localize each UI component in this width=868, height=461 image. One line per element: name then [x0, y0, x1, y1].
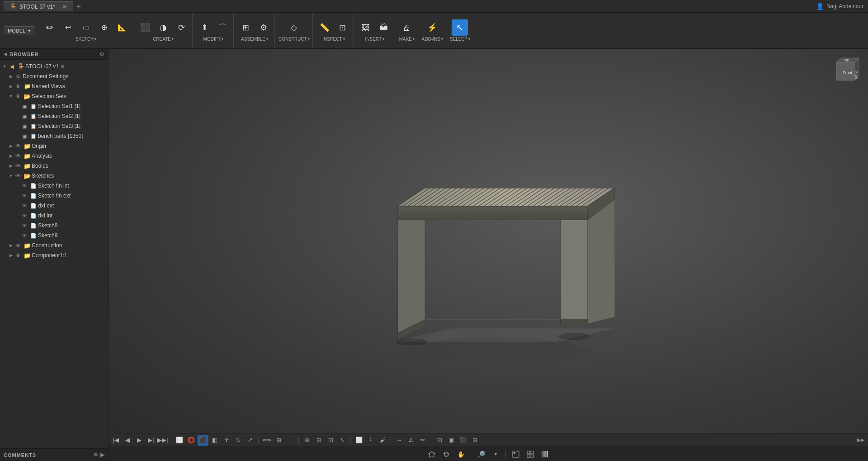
document-tab[interactable]: 🪑 STOOL-07 v1* ✕	[4, 1, 73, 11]
btm-last-button[interactable]: ▶▶|	[157, 435, 168, 446]
render-mode-button[interactable]	[538, 449, 551, 460]
tree-item-sketches[interactable]: ▼ 👁 📂 Sketches	[0, 171, 108, 181]
sketch-group-label: SKETCH	[75, 37, 94, 42]
btm-box-sel-button[interactable]: ⬜	[354, 435, 364, 446]
tree-item-root[interactable]: ▼ ◀ 🪑 STOOL-07 v1 ⚙	[0, 61, 108, 71]
tree-item-named-views[interactable]: ▶ 👁 📁 Named Views	[0, 81, 108, 91]
grid-display-button[interactable]	[524, 449, 537, 460]
browser-settings-button[interactable]: ⚙	[99, 51, 104, 57]
btm-prev-button[interactable]: |◀	[110, 435, 121, 446]
btm-mirror-button[interactable]: ⟺	[261, 435, 272, 446]
btm-measure-angle-button[interactable]: ∠	[406, 435, 416, 446]
btm-play-button[interactable]: ▶	[134, 435, 145, 446]
btm-bodies-button[interactable]: ⬛	[458, 435, 468, 446]
viewcube[interactable]: Front Top Right	[827, 53, 863, 89]
btm-scale-button[interactable]: ⤢	[245, 435, 255, 446]
tree-item-sketch9[interactable]: 👁 📄 Sketch9	[0, 230, 108, 240]
tree-item-construction[interactable]: ▶ 👁 📁 Construction	[0, 240, 108, 250]
sketch-web-button[interactable]: ⊕	[96, 19, 112, 36]
btm-move-button[interactable]: ✛	[221, 435, 232, 446]
btm-show-faces-button[interactable]: ▣	[446, 435, 457, 446]
btm-tool1-button[interactable]: ◧	[209, 435, 220, 446]
inspect-section-button[interactable]: ⊡	[335, 19, 351, 36]
make-icon: 🖨	[403, 24, 411, 32]
tree-item-doc-settings[interactable]: ▶ ⚙ Document Settings	[0, 71, 108, 81]
assemble-joint-button[interactable]: ⚙	[255, 19, 272, 36]
make-3dprint-button[interactable]: 🖨	[399, 19, 415, 36]
btm-prev-step-button[interactable]: ◀	[122, 435, 133, 446]
tree-item-sel-set1[interactable]: ▣ 📋 Selection Set1 [1]	[0, 101, 108, 111]
tree-item-sketch-fin-int[interactable]: 👁 📄 Sketch fin int	[0, 181, 108, 191]
btm-select2-button[interactable]: ↖	[337, 435, 348, 446]
sketch-button[interactable]: ✏	[42, 19, 58, 36]
tab-close-button[interactable]: ✕	[62, 3, 67, 10]
collapse-icon[interactable]: ◀	[4, 52, 8, 56]
comments-expand-icon[interactable]: ▶	[100, 452, 104, 458]
tree-item-dxf-ext[interactable]: 👁 📄 dxf ext	[0, 201, 108, 211]
tree-item-sketch8[interactable]: 👁 📄 Sketch8	[0, 221, 108, 230]
btm-rotate-button[interactable]: ↻	[233, 435, 244, 446]
select-button[interactable]: ↖	[452, 19, 468, 36]
model-dropdown[interactable]: MODEL ▼	[4, 26, 35, 35]
create-extrude-button[interactable]: ⬛	[137, 19, 153, 36]
create-revolve-button[interactable]: ◑	[155, 19, 171, 36]
tree-item-bench-parts[interactable]: ▣ 📋 bench parts [1350]	[0, 131, 108, 141]
modify-press-pull-button[interactable]: ⬆	[196, 19, 212, 36]
btm-lasso-button[interactable]: ⌇	[365, 435, 376, 446]
assemble-new-component-button[interactable]: ⊞	[237, 19, 254, 36]
new-tab-button[interactable]: ＋	[75, 2, 82, 11]
btm-capture-button[interactable]: ⬜	[174, 435, 185, 446]
btm-markup-button[interactable]: ✏	[417, 435, 428, 446]
btm-snap-button[interactable]: ⊕	[302, 435, 312, 446]
root-settings-icon[interactable]: ⚙	[61, 64, 65, 69]
camera-home-button[interactable]	[425, 449, 438, 460]
comments-settings-icon[interactable]: ⚙	[94, 452, 99, 458]
btm-array-button[interactable]: ⊞	[273, 435, 284, 446]
root-expand-arrow: ▼	[2, 64, 7, 69]
tree-item-selection-sets[interactable]: ▼ 👁 📂 Selection Sets	[0, 91, 108, 101]
btm-more-button[interactable]: ▶▶	[855, 435, 866, 446]
create-sweep-button[interactable]: ⟳	[173, 19, 189, 36]
construct-plane-button[interactable]: ◇	[286, 19, 302, 36]
svg-point-60	[444, 452, 448, 456]
browser-tree: ▼ ◀ 🪑 STOOL-07 v1 ⚙ ▶ ⚙ Document Setting…	[0, 60, 108, 448]
btm-show-edges-button[interactable]: ⊡	[434, 435, 445, 446]
svg-rect-66	[527, 455, 530, 457]
addins-scripts-button[interactable]: ⚡	[424, 19, 440, 36]
camera-orbit-button[interactable]	[440, 449, 453, 460]
inspect-measure-button[interactable]: 📏	[316, 19, 333, 36]
btm-align-button[interactable]: ≡	[285, 435, 296, 446]
pan-button[interactable]: ✋	[454, 449, 467, 460]
svg-point-56	[558, 333, 590, 340]
sel-set3-doc-icon: 📋	[30, 122, 37, 130]
tree-item-sketch-fin-ext[interactable]: 👁 📄 Sketch fin ext	[0, 191, 108, 201]
tree-item-bodies[interactable]: ▶ 👁 📁 Bodies	[0, 161, 108, 171]
display-mode-button[interactable]	[509, 449, 522, 460]
browser-title: BROWSER	[9, 52, 38, 57]
zoom-button[interactable]: 🔎	[475, 449, 487, 460]
tree-item-component1[interactable]: ▶ 👁 📁 Component1:1	[0, 250, 108, 260]
comments-panel[interactable]: COMMENTS ⚙ ▶	[0, 448, 108, 461]
sketch-ref-button[interactable]: 📐	[114, 19, 130, 36]
btm-record-button[interactable]: ⭕	[186, 435, 197, 446]
tree-item-sel-set2[interactable]: ▣ 📋 Selection Set2 [1]	[0, 111, 108, 121]
insert-svg-button[interactable]: 🖼	[358, 19, 374, 36]
finish-sketch-button[interactable]: ↩	[60, 19, 76, 36]
sketch-rectangle-button[interactable]: ▭	[78, 19, 94, 36]
tree-item-analysis[interactable]: ▶ 👁 📁 Analysis	[0, 151, 108, 161]
tree-item-origin[interactable]: ▶ 👁 📁 Origin	[0, 141, 108, 151]
modify-fillet-button[interactable]: ⌒	[214, 19, 231, 36]
btm-origin-button[interactable]: ⊡	[325, 435, 336, 446]
insert-svg-icon: 🖼	[362, 24, 370, 32]
btm-comp-button[interactable]: ⊞	[469, 435, 480, 446]
btm-paint-sel-button[interactable]: 🖌	[377, 435, 388, 446]
tree-item-dxf-int[interactable]: 👁 📄 dxf int	[0, 211, 108, 221]
btm-active1-button[interactable]: ⬛	[198, 435, 208, 446]
viewport[interactable]: Front Top Right	[108, 49, 868, 447]
btm-next-step-button[interactable]: ▶|	[146, 435, 156, 446]
zoom-settings-button[interactable]: ▾	[489, 449, 502, 460]
btm-measure-dist-button[interactable]: ↔	[394, 435, 405, 446]
insert-image-button[interactable]: 🏔	[376, 19, 392, 36]
tree-item-sel-set3[interactable]: ▣ 📋 Selection Set3 [1]	[0, 121, 108, 131]
btm-grid-button[interactable]: ⊞	[313, 435, 324, 446]
